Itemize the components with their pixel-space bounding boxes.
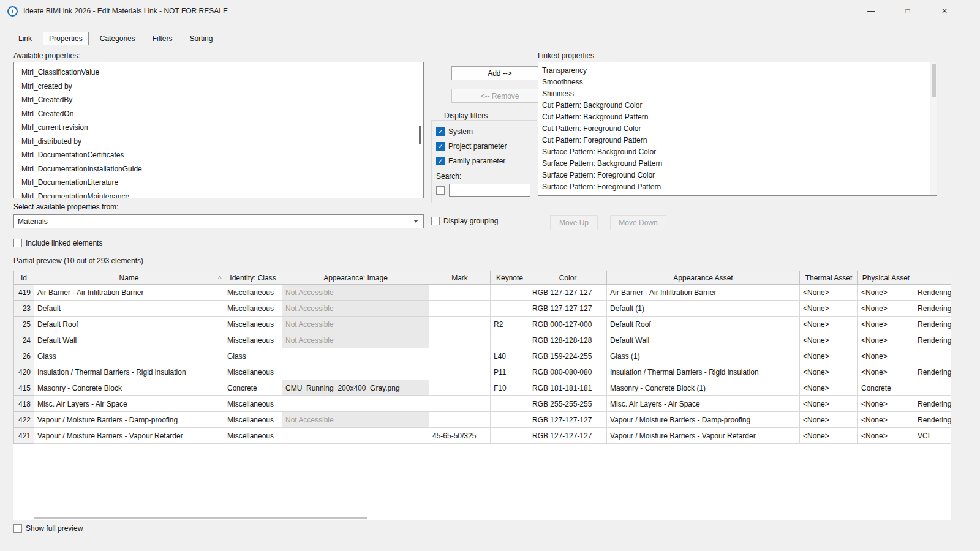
column-header-keynote[interactable]: Keynote [491,271,529,285]
linked-list-scroll-thumb[interactable] [932,64,936,97]
list-item[interactable]: Mtrl_CreatedOn [14,107,423,121]
maximize-button[interactable]: □ [889,0,926,22]
available-list-scrollbar[interactable] [419,126,421,144]
list-item[interactable]: Cut Pattern: Foreground Color [538,123,937,135]
table-cell: <None> [800,301,858,317]
display-grouping-checkbox[interactable] [431,217,440,225]
column-header-identity-class[interactable]: Identity: Class [224,271,282,285]
table-cell: Miscellaneous [224,301,282,317]
horizontal-scrollbar[interactable] [34,517,368,519]
table-cell: Miscellaneous [224,364,282,380]
table-row[interactable]: 26GlassGlassL40RGB 159-224-255Glass (1)<… [14,348,951,364]
table-cell: RGB 127-127-127 [529,301,607,317]
table-cell: 25 [14,317,34,332]
list-item[interactable]: Mtrl_DocumentationInstallationGuide [14,162,423,176]
list-item[interactable]: Mtrl_DocumentationCertificates [14,148,423,162]
search-input[interactable] [449,184,530,197]
search-checkbox[interactable] [436,186,445,195]
column-header-mark[interactable]: Mark [429,271,491,285]
table-cell: Not Accessible [282,332,429,348]
add-button[interactable]: Add --> [451,66,548,80]
filter-option-row: ✓System [436,127,507,136]
tab-link[interactable]: Link [12,32,38,45]
filter-label: Project parameter [448,142,507,151]
table-cell: 420 [14,364,34,380]
table-cell: Glass [34,348,224,364]
table-row[interactable]: 418Misc. Air Layers - Air SpaceMiscellan… [14,396,951,412]
sort-ascending-icon: △ [218,274,222,280]
column-header-appearance-asset[interactable]: Appearance Asset [607,271,800,285]
app-icon [7,6,18,17]
list-item[interactable]: Mtrl_distributed by [14,135,423,149]
column-header-physical-asset[interactable]: Physical Asset [858,271,914,285]
table-cell: Not Accessible [282,412,429,428]
show-full-preview-checkbox[interactable] [13,524,22,533]
list-item[interactable]: Surface Pattern: Background Pattern [538,158,937,170]
table-row[interactable]: 422Vapour / Moisture Barriers - Damp-pro… [14,412,951,428]
table-cell [282,428,429,444]
table-cell [429,364,491,380]
table-cell [429,285,491,301]
table-row[interactable]: 421Vapour / Moisture Barriers - Vapour R… [14,428,951,444]
column-header-id[interactable]: Id [14,271,34,285]
column-header-appearance-image[interactable]: Appearance: Image [282,271,429,285]
available-properties-label: Available properties: [13,51,80,60]
properties-source-dropdown[interactable]: Materials [13,214,424,228]
table-cell: 421 [14,428,34,444]
table-cell [914,380,951,396]
list-item[interactable]: Shininess [538,88,937,100]
list-item[interactable]: Mtrl_CreatedBy [14,93,423,107]
filter-checkbox[interactable]: ✓ [436,157,445,165]
table-cell: Rendering ap [914,412,951,428]
list-item[interactable]: Surface Pattern: Background Color [538,146,937,158]
minimize-button[interactable]: — [853,0,889,22]
linked-properties-label: Linked properties [538,51,594,60]
list-item[interactable]: Mtrl_DocumentationMaintenance [14,190,423,199]
include-linked-checkbox[interactable] [13,239,22,247]
list-item[interactable]: Mtrl_current revision [14,121,423,135]
tab-categories[interactable]: Categories [94,32,141,45]
list-item[interactable]: Cut Pattern: Background Pattern [538,111,937,123]
list-item[interactable]: Cut Pattern: Foreground Pattern [538,135,937,146]
column-header-name[interactable]: Name△ [34,271,224,285]
filter-checkbox[interactable]: ✓ [436,127,445,136]
tab-sorting[interactable]: Sorting [183,32,219,45]
table-row[interactable]: 23DefaultMiscellaneousNot AccessibleRGB … [14,301,951,317]
table-cell: Insulation / Thermal Barriers - Rigid in… [607,364,800,380]
table-row[interactable]: 419Air Barrier - Air Infiltration Barrie… [14,285,951,301]
column-header[interactable] [914,271,951,285]
table-row[interactable]: 415Masonry - Concrete BlockConcreteCMU_R… [14,380,951,396]
column-header-color[interactable]: Color [529,271,607,285]
table-cell: Default [34,301,224,317]
filter-checkbox[interactable]: ✓ [436,142,445,151]
linked-list-scrollbar[interactable] [930,62,937,195]
table-cell: Not Accessible [282,317,429,332]
move-down-button: Move Down [610,215,666,230]
display-filters-label: Display filters [442,111,489,120]
window-title: Ideate BIMLink 2026 - Edit Materials Lin… [23,7,228,15]
list-item[interactable]: Mtrl_ClassificationValue [14,66,423,80]
table-cell: <None> [858,285,914,301]
close-button[interactable]: ✕ [926,0,963,22]
table-row[interactable]: 25Default RoofMiscellaneousNot Accessibl… [14,317,951,332]
table-cell: Masonry - Concrete Block (1) [607,380,800,396]
list-item[interactable]: Smoothness [538,77,937,88]
table-row[interactable]: 24Default WallMiscellaneousNot Accessibl… [14,332,951,348]
table-cell: <None> [858,348,914,364]
list-item[interactable]: Surface Pattern: Foreground Pattern [538,181,937,193]
tab-filters[interactable]: Filters [146,32,179,45]
column-header-thermal-asset[interactable]: Thermal Asset [800,271,858,285]
tab-properties[interactable]: Properties [43,32,89,45]
list-item[interactable]: Surface Pattern: Foreground Color [538,170,937,181]
table-cell [429,396,491,412]
table-cell [429,332,491,348]
table-cell: RGB 080-080-080 [529,364,607,380]
list-item[interactable]: Transparency [538,65,937,77]
list-item[interactable]: Mtrl_created by [14,80,423,94]
move-up-button: Move Up [550,215,598,230]
table-cell: <None> [858,396,914,412]
table-row[interactable]: 420Insulation / Thermal Barriers - Rigid… [14,364,951,380]
title-bar: Ideate BIMLink 2026 - Edit Materials Lin… [0,0,980,22]
list-item[interactable]: Mtrl_DocumentationLiterature [14,176,423,190]
list-item[interactable]: Cut Pattern: Background Color [538,100,937,111]
